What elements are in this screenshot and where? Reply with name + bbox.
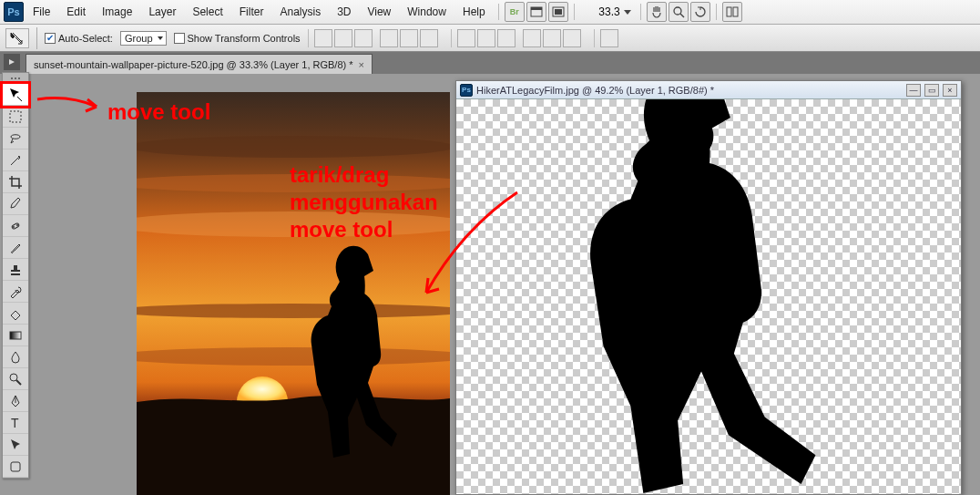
marquee-tool[interactable] — [3, 106, 28, 128]
svg-point-11 — [13, 226, 15, 228]
document-tab[interactable]: sunset-mountain-wallpaper-picture-520.jp… — [26, 54, 373, 74]
svg-rect-1 — [531, 7, 542, 10]
auto-select-label: Auto-Select: — [58, 33, 113, 44]
screenmode-button[interactable] — [548, 2, 568, 22]
close-icon[interactable]: × — [359, 59, 364, 70]
shape-tool[interactable] — [3, 456, 28, 478]
svg-rect-8 — [10, 111, 21, 122]
menubar: Ps File Edit Image Layer Select Filter A… — [0, 0, 980, 25]
auto-select-checkbox[interactable]: ✔ Auto-Select: — [45, 33, 113, 44]
svg-rect-7 — [733, 7, 738, 16]
distribute-left-button[interactable] — [523, 29, 541, 47]
svg-rect-3 — [555, 9, 562, 15]
svg-point-9 — [18, 156, 20, 158]
menu-3d[interactable]: 3D — [330, 2, 358, 22]
distribute-top-button[interactable] — [457, 29, 475, 47]
rotate-view-button[interactable] — [690, 2, 710, 22]
separator — [574, 4, 575, 20]
distribute-hcenter-button[interactable] — [543, 29, 561, 47]
options-bar: ✔ Auto-Select: Group Show Transform Cont… — [0, 25, 980, 52]
svg-point-21 — [137, 304, 450, 318]
bridge-button[interactable]: Br — [505, 2, 525, 22]
menu-filter[interactable]: Filter — [232, 2, 271, 22]
chevron-down-icon — [624, 10, 631, 15]
stamp-tool[interactable] — [3, 259, 28, 281]
wand-tool[interactable] — [3, 150, 28, 171]
separator — [716, 4, 717, 20]
auto-select-dropdown[interactable]: Group — [120, 31, 167, 46]
menu-image[interactable]: Image — [95, 2, 139, 22]
type-tool[interactable]: T — [3, 412, 28, 434]
hand-tool-button[interactable] — [647, 2, 667, 22]
eraser-tool[interactable] — [3, 303, 28, 325]
annotation-arrow-2 — [408, 183, 536, 311]
svg-text:T: T — [11, 416, 19, 430]
zoom-tool-button[interactable] — [669, 2, 689, 22]
document-canvas[interactable] — [137, 92, 450, 495]
close-button[interactable]: × — [943, 84, 957, 97]
svg-point-14 — [10, 374, 17, 381]
app-logo-icon: Ps — [460, 84, 473, 97]
menu-file[interactable]: File — [26, 2, 57, 22]
svg-point-4 — [674, 7, 681, 15]
distribute-right-button[interactable] — [563, 29, 581, 47]
lasso-tool[interactable] — [3, 128, 28, 150]
distribute-bottom-button[interactable] — [497, 29, 516, 47]
auto-align-group — [594, 29, 624, 47]
healing-tool[interactable] — [3, 215, 28, 237]
viewmode-button[interactable] — [526, 2, 546, 22]
blur-tool[interactable] — [3, 346, 28, 368]
checkbox-icon — [174, 33, 185, 44]
brush-tool[interactable] — [3, 237, 28, 259]
svg-point-12 — [16, 224, 18, 226]
distribute-group — [451, 29, 587, 47]
app-logo: Ps — [4, 2, 24, 22]
eyedropper-tool[interactable] — [3, 193, 28, 215]
distribute-vcenter-button[interactable] — [477, 29, 495, 47]
align-group-1 — [308, 29, 444, 47]
toolbox: T — [2, 72, 29, 479]
svg-point-18 — [137, 136, 450, 158]
history-brush-tool[interactable] — [3, 281, 28, 303]
gradient-tool[interactable] — [3, 325, 28, 346]
svg-line-5 — [680, 14, 684, 17]
crop-tool[interactable] — [3, 171, 28, 193]
separator — [498, 4, 499, 20]
menu-analysis[interactable]: Analysis — [272, 2, 328, 22]
zoom-level[interactable]: 33.3 — [580, 5, 635, 18]
align-left-button[interactable] — [380, 29, 398, 47]
align-top-button[interactable] — [314, 29, 332, 47]
menu-select[interactable]: Select — [185, 2, 230, 22]
menu-edit[interactable]: Edit — [59, 2, 93, 22]
pen-tool[interactable] — [3, 390, 28, 412]
auto-align-button[interactable] — [600, 29, 618, 47]
maximize-button[interactable]: ▭ — [924, 84, 939, 97]
svg-rect-6 — [727, 7, 731, 16]
align-right-button[interactable] — [420, 29, 438, 47]
window-title: HikerATLegacyFilm.jpg @ 49.2% (Layer 1, … — [476, 85, 714, 96]
align-vcenter-button[interactable] — [334, 29, 352, 47]
menu-help[interactable]: Help — [455, 2, 493, 22]
annotation-arrow-1 — [33, 90, 106, 127]
workspace: T — [0, 74, 980, 495]
tool-preset-button[interactable] — [5, 28, 29, 48]
annotation-highlight — [0, 81, 31, 108]
document-tab-title: sunset-mountain-wallpaper-picture-520.jp… — [34, 59, 353, 70]
checkbox-icon: ✔ — [45, 33, 56, 44]
window-titlebar[interactable]: Ps HikerATLegacyFilm.jpg @ 49.2% (Layer … — [456, 81, 961, 99]
align-hcenter-button[interactable] — [400, 29, 418, 47]
align-bottom-button[interactable] — [354, 29, 373, 47]
document-tabbar: sunset-mountain-wallpaper-picture-520.jp… — [0, 52, 980, 74]
arrange-docs-button[interactable] — [722, 2, 742, 22]
show-transform-checkbox[interactable]: Show Transform Controls — [174, 33, 301, 44]
zoom-value: 33.3 — [598, 5, 619, 18]
dodge-tool[interactable] — [3, 368, 28, 390]
svg-rect-16 — [11, 462, 20, 471]
menu-window[interactable]: Window — [400, 2, 454, 22]
panel-toggle[interactable] — [4, 54, 20, 70]
menu-layer[interactable]: Layer — [141, 2, 183, 22]
svg-rect-10 — [12, 222, 20, 229]
path-select-tool[interactable] — [3, 434, 28, 456]
menu-view[interactable]: View — [360, 2, 398, 22]
minimize-button[interactable]: — — [906, 84, 921, 97]
